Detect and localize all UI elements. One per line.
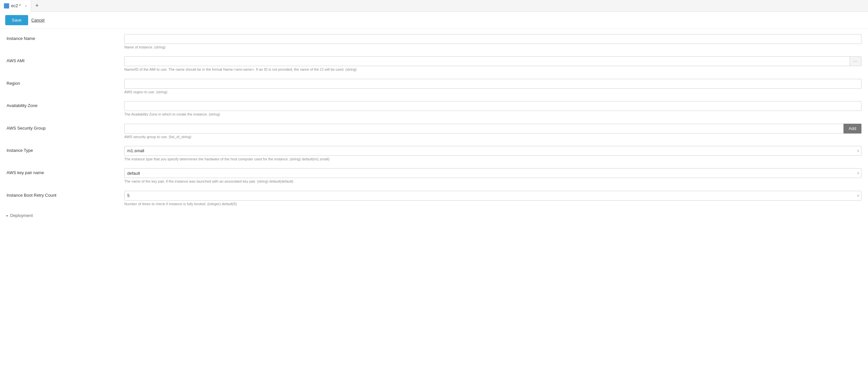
field-row-region: Region AWS region to use. (string): [6, 79, 862, 94]
input-wrap-aws-key-pair-name: ×: [124, 168, 862, 178]
field-row-instance-name: Instance Name Name of instance. (string): [6, 34, 862, 50]
tab-ec2[interactable]: ec2 * ×: [0, 0, 31, 12]
tab-close-button[interactable]: ×: [25, 4, 27, 8]
field-region: AWS region to use. (string): [124, 79, 862, 94]
desc-availability-zone: The Availability Zone in which to create…: [124, 112, 862, 117]
add-security-group-button[interactable]: Add: [843, 124, 862, 134]
deployment-section-label: Deployment: [10, 213, 33, 218]
input-wrap-instance-boot-retry-count: ×: [124, 191, 862, 201]
field-row-instance-boot-retry-count: Instance Boot Retry Count × Number of ti…: [6, 191, 862, 206]
field-row-aws-ami: AWS AMI ··· Name/ID of the AMI to use. T…: [6, 56, 862, 72]
field-aws-ami: ··· Name/ID of the AMI to use. The name …: [124, 56, 862, 72]
field-availability-zone: The Availability Zone in which to create…: [124, 101, 862, 117]
input-wrap-aws-security-group: Add: [124, 124, 862, 134]
field-instance-name: Name of instance. (string): [124, 34, 862, 50]
field-instance-boot-retry-count: × Number of times to check if instance i…: [124, 191, 862, 206]
input-aws-ami[interactable]: [124, 56, 862, 66]
desc-aws-security-group: AWS security group to use. (list_of_stri…: [124, 135, 862, 139]
desc-aws-ami: Name/ID of the AMI to use. The name shou…: [124, 67, 862, 72]
field-row-aws-key-pair-name: AWS key pair name × The name of the key …: [6, 168, 862, 184]
label-instance-name: Instance Name: [6, 34, 124, 41]
cancel-button[interactable]: Cancel: [31, 18, 44, 23]
aws-ami-dots-button[interactable]: ···: [850, 56, 862, 66]
toolbar: Save Cancel: [0, 12, 868, 29]
input-availability-zone[interactable]: [124, 101, 862, 111]
field-aws-key-pair-name: × The name of the key pair, if the insta…: [124, 168, 862, 184]
field-instance-type: × The instance type that you specify det…: [124, 146, 862, 162]
input-region[interactable]: [124, 79, 862, 89]
tab-label: ec2 *: [11, 3, 21, 8]
desc-instance-boot-retry-count: Number of times to check if instance is …: [124, 202, 862, 206]
input-wrap-instance-name: [124, 34, 862, 44]
field-row-aws-security-group: AWS Security Group Add AWS security grou…: [6, 124, 862, 139]
input-instance-boot-retry-count[interactable]: [124, 191, 862, 201]
save-button[interactable]: Save: [5, 15, 28, 25]
input-wrap-availability-zone: [124, 101, 862, 111]
input-wrap-aws-ami: ···: [124, 56, 862, 66]
clear-aws-key-pair-name-button[interactable]: ×: [857, 171, 860, 175]
desc-instance-name: Name of instance. (string): [124, 45, 862, 50]
field-row-instance-type: Instance Type × The instance type that y…: [6, 146, 862, 162]
input-wrap-region: [124, 79, 862, 89]
clear-instance-type-button[interactable]: ×: [857, 149, 860, 153]
input-instance-name[interactable]: [124, 34, 862, 44]
tab-bar: ec2 * × +: [0, 0, 868, 12]
clear-instance-boot-retry-count-button[interactable]: ×: [857, 194, 860, 198]
field-row-availability-zone: Availability Zone The Availability Zone …: [6, 101, 862, 117]
desc-region: AWS region to use. (string): [124, 90, 862, 94]
deployment-section-header[interactable]: ▸ Deployment: [6, 213, 862, 218]
tab-add-button[interactable]: +: [31, 0, 43, 11]
label-aws-key-pair-name: AWS key pair name: [6, 168, 124, 175]
input-instance-type[interactable]: [124, 146, 862, 156]
label-availability-zone: Availability Zone: [6, 101, 124, 108]
label-instance-boot-retry-count: Instance Boot Retry Count: [6, 191, 124, 198]
desc-instance-type: The instance type that you specify deter…: [124, 157, 862, 162]
input-wrap-instance-type: ×: [124, 146, 862, 156]
form-container: Instance Name Name of instance. (string)…: [0, 29, 868, 223]
chevron-right-icon: ▸: [6, 214, 8, 217]
desc-aws-key-pair-name: The name of the key pair, if the instanc…: [124, 179, 862, 184]
input-aws-key-pair-name[interactable]: [124, 168, 862, 178]
field-aws-security-group: Add AWS security group to use. (list_of_…: [124, 124, 862, 139]
label-aws-security-group: AWS Security Group: [6, 124, 124, 130]
label-instance-type: Instance Type: [6, 146, 124, 153]
ec2-tab-icon: [4, 3, 9, 8]
label-region: Region: [6, 79, 124, 86]
label-aws-ami: AWS AMI: [6, 56, 124, 63]
input-aws-security-group[interactable]: [124, 124, 843, 134]
